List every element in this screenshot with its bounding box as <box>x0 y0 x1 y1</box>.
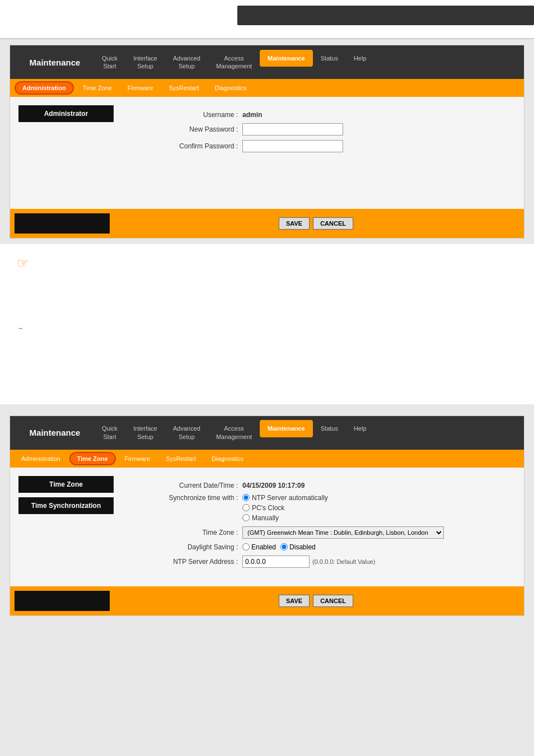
nav-help-2[interactable]: Help <box>346 420 374 437</box>
ntp-hint: (0.0.0.0: Default Value) <box>312 558 375 565</box>
nav-access-management-1[interactable]: AccessManagement <box>208 50 260 75</box>
sync-pc-item[interactable]: PC's Clock <box>242 504 328 512</box>
left-labels-2: Time Zone Time Synchronization <box>18 476 114 578</box>
ntp-label: NTP Server Address : <box>153 558 242 566</box>
nav-quick-start-1[interactable]: QuickStart <box>94 50 125 75</box>
nav-bar-1: Maintenance QuickStart InterfaceSetup Ad… <box>10 45 524 79</box>
sync-ntp-radio[interactable] <box>242 494 250 501</box>
daylight-disabled-item[interactable]: Disabled <box>280 543 316 551</box>
sync-manual-radio[interactable] <box>242 514 250 521</box>
daylight-options: Enabled Disabled <box>242 543 316 551</box>
sync-options: NTP Server automatically PC's Clock Manu… <box>242 494 328 522</box>
current-datetime-value: 04/15/2009 10:17:09 <box>242 482 305 489</box>
header-bar <box>237 6 534 25</box>
content-area-1: Administrator Username : admin New Passw… <box>10 97 524 209</box>
confirm-password-label: Confirm Password : <box>153 142 242 150</box>
daylight-row: Daylight Saving : Enabled Disabled <box>125 543 504 551</box>
admin-form: Username : admin New Password : Confirm … <box>114 105 516 162</box>
current-datetime-row: Current Date/Time : 04/15/2009 10:17:09 <box>125 482 504 489</box>
action-left-2 <box>15 591 110 611</box>
timezone-form: Current Date/Time : 04/15/2009 10:17:09 … <box>114 476 516 578</box>
action-buttons-2: SAVE CANCEL <box>113 595 519 607</box>
ntp-row: NTP Server Address : (0.0.0.0: Default V… <box>125 556 504 568</box>
left-labels-1: Administrator <box>18 105 114 162</box>
panel2-container: Maintenance QuickStart InterfaceSetup Ad… <box>10 416 524 616</box>
arrow-indicator: → <box>17 324 24 332</box>
subtab-administration-2[interactable]: Administration <box>15 453 67 464</box>
save-button-1[interactable]: SAVE <box>279 217 310 230</box>
subtab-administration-1[interactable]: Administration <box>15 81 74 95</box>
subtab-diagnostics-2[interactable]: Diagnostics <box>205 453 250 464</box>
subtab-diagnostics-1[interactable]: Diagnostics <box>208 82 253 94</box>
nav-items-2: QuickStart InterfaceSetup AdvancedSetup … <box>94 420 518 445</box>
nav-maintenance-1[interactable]: Maintenance <box>260 50 313 67</box>
brand-2: Maintenance <box>16 423 94 442</box>
new-password-label: New Password : <box>153 125 242 133</box>
nav-help-1[interactable]: Help <box>346 50 374 67</box>
daylight-enabled-label: Enabled <box>251 543 276 551</box>
nav-interface-setup-2[interactable]: InterfaceSetup <box>125 420 165 445</box>
subtab-timezone-1[interactable]: Time Zone <box>76 82 119 94</box>
daylight-disabled-label: Disabled <box>289 543 316 551</box>
subtab-firmware-2[interactable]: Firmware <box>118 453 157 464</box>
ntp-input[interactable] <box>242 556 310 568</box>
username-label: Username : <box>153 111 242 119</box>
cancel-button-1[interactable]: CANCEL <box>313 217 353 230</box>
sub-tabs-2: Administration Time Zone Firmware SysRes… <box>10 450 524 468</box>
username-row: Username : admin <box>125 111 504 119</box>
confirm-password-input[interactable] <box>242 140 343 152</box>
note-icon: ☞ <box>17 255 517 271</box>
nav-advanced-setup-2[interactable]: AdvancedSetup <box>165 420 208 445</box>
sync-ntp-item[interactable]: NTP Server automatically <box>242 494 328 502</box>
new-password-row: New Password : <box>125 123 504 136</box>
daylight-label: Daylight Saving : <box>153 543 242 551</box>
sub-tabs-1: Administration Time Zone Firmware SysRes… <box>10 79 524 97</box>
daylight-enabled-radio[interactable] <box>242 543 250 550</box>
bottom-spacer <box>0 622 534 638</box>
confirm-password-row: Confirm Password : <box>125 140 504 152</box>
sync-manual-item[interactable]: Manually <box>242 514 328 522</box>
cancel-button-2[interactable]: CANCEL <box>313 595 353 607</box>
subtab-sysrestart-2[interactable]: SysRestart <box>159 453 203 464</box>
top-header <box>0 0 534 39</box>
nav-maintenance-2[interactable]: Maintenance <box>260 420 313 437</box>
admin-section: Administrator Username : admin New Passw… <box>18 105 516 162</box>
sync-label: Synchronize time with : <box>153 494 242 502</box>
brand-1: Maintenance <box>16 53 94 72</box>
subtab-firmware-1[interactable]: Firmware <box>121 82 160 94</box>
current-datetime-label: Current Date/Time : <box>153 482 242 489</box>
note-area: ☞ → <box>0 244 534 404</box>
username-value: admin <box>242 111 262 119</box>
timezone-select[interactable]: (GMT) Greenwich Mean Time : Dublin, Edin… <box>242 526 444 539</box>
action-bar-1: SAVE CANCEL <box>10 209 524 238</box>
nav-quick-start-2[interactable]: QuickStart <box>94 420 125 445</box>
timezone-row: Time Zone : (GMT) Greenwich Mean Time : … <box>125 526 504 539</box>
sync-row: Synchronize time with : NTP Server autom… <box>125 494 504 522</box>
note-text-lines: → <box>17 274 517 393</box>
sync-ntp-label: NTP Server automatically <box>252 494 328 502</box>
sync-pc-radio[interactable] <box>242 504 250 511</box>
nav-status-1[interactable]: Status <box>313 50 346 67</box>
panel1-container: Maintenance QuickStart InterfaceSetup Ad… <box>10 45 524 239</box>
section-header-admin: Administrator <box>18 105 114 122</box>
sync-pc-label: PC's Clock <box>252 504 284 512</box>
nav-interface-setup-1[interactable]: InterfaceSetup <box>125 50 165 75</box>
timezone-label: Time Zone : <box>153 529 242 536</box>
nav-advanced-setup-1[interactable]: AdvancedSetup <box>165 50 208 75</box>
daylight-enabled-item[interactable]: Enabled <box>242 543 276 551</box>
nav-status-2[interactable]: Status <box>313 420 346 437</box>
new-password-input[interactable] <box>242 123 343 136</box>
section-header-timesync: Time Synchronization <box>18 497 114 514</box>
daylight-disabled-radio[interactable] <box>280 543 288 550</box>
nav-items-1: QuickStart InterfaceSetup AdvancedSetup … <box>94 50 518 75</box>
subtab-timezone-2[interactable]: Time Zone <box>69 452 116 465</box>
action-bar-2: SAVE CANCEL <box>10 586 524 615</box>
save-button-2[interactable]: SAVE <box>279 595 310 607</box>
timezone-section: Time Zone Time Synchronization Current D… <box>18 476 516 578</box>
subtab-sysrestart-1[interactable]: SysRestart <box>162 82 206 94</box>
content-area-2: Time Zone Time Synchronization Current D… <box>10 468 524 586</box>
action-buttons-1: SAVE CANCEL <box>113 217 519 230</box>
action-left-1 <box>15 213 110 234</box>
sync-manual-label: Manually <box>252 514 279 522</box>
nav-access-management-2[interactable]: AccessManagement <box>208 420 260 445</box>
